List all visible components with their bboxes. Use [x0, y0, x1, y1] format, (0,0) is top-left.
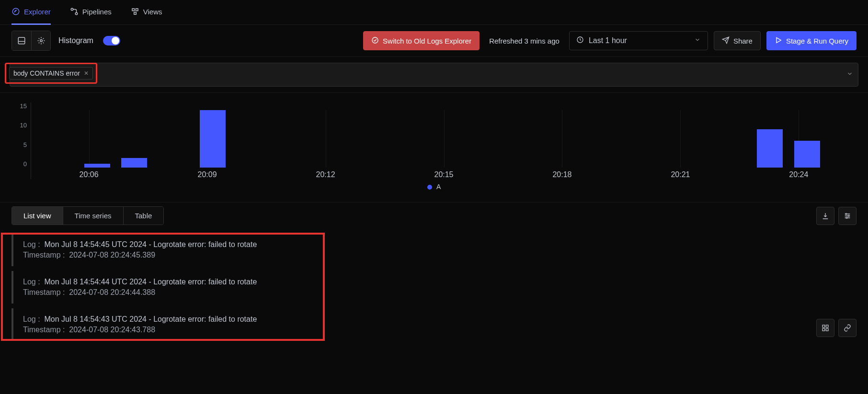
- svg-point-8: [40, 40, 42, 42]
- layout-btn-2[interactable]: [31, 31, 50, 50]
- histogram-label: Histogram: [58, 36, 93, 45]
- filter-chip-text: body CONTAINS error: [13, 69, 80, 77]
- logs-footer-tools: [816, 319, 857, 337]
- ts-prefix: Timestamp :: [23, 288, 65, 296]
- view-tabs-row: List view Time series Table: [0, 202, 868, 229]
- x-tick-label: 20:06: [80, 170, 99, 179]
- x-tick-label: 20:09: [198, 170, 217, 179]
- svg-point-9: [372, 37, 378, 43]
- undo-icon: [371, 36, 379, 45]
- svg-marker-11: [777, 37, 781, 43]
- histogram-bar[interactable]: [757, 129, 783, 168]
- log-entry[interactable]: Log : Mon Jul 8 14:54:44 UTC 2024 - Logr…: [11, 271, 857, 304]
- refreshed-text: Refreshed 3 mins ago: [489, 37, 560, 45]
- log-prefix: Log :: [23, 278, 40, 286]
- compass-icon: [11, 7, 20, 16]
- tab-label: Explorer: [24, 8, 51, 16]
- close-icon[interactable]: ✕: [84, 70, 89, 77]
- svg-rect-6: [134, 12, 136, 15]
- log-timestamp: 2024-07-08 20:24:45.389: [69, 251, 155, 259]
- log-entry[interactable]: Log : Mon Jul 8 14:54:43 UTC 2024 - Logr…: [11, 308, 857, 341]
- view-tab-timeseries[interactable]: Time series: [63, 207, 123, 225]
- settings-sliders-button[interactable]: [838, 207, 857, 225]
- histogram-bar[interactable]: [121, 158, 147, 168]
- view-segmented-control: List view Time series Table: [11, 206, 164, 225]
- svg-point-2: [71, 8, 73, 11]
- filter-chip[interactable]: body CONTAINS error ✕: [9, 67, 93, 79]
- send-icon: [722, 36, 730, 45]
- plot-area[interactable]: 20:0620:0920:1220:1520:1820:2120:24: [31, 102, 857, 179]
- chart-legend: A: [11, 179, 857, 198]
- histogram-bar[interactable]: [84, 164, 110, 168]
- time-range-picker[interactable]: Last 1 hour: [569, 31, 708, 50]
- tab-pipelines[interactable]: Pipelines: [70, 0, 112, 25]
- pipeline-icon: [70, 7, 79, 16]
- layout-btn-1[interactable]: [12, 31, 31, 50]
- x-tick-label: 20:24: [789, 170, 808, 179]
- log-timestamp: 2024-07-08 20:24:44.388: [69, 288, 155, 296]
- histogram-toggle[interactable]: [103, 36, 120, 45]
- play-icon: [775, 36, 782, 45]
- log-prefix: Log :: [23, 315, 40, 323]
- logs-list: Log : Mon Jul 8 14:54:45 UTC 2024 - Logr…: [0, 234, 868, 341]
- svg-rect-15: [822, 325, 825, 327]
- ts-prefix: Timestamp :: [23, 251, 65, 259]
- legend-series-name: A: [436, 183, 441, 191]
- svg-marker-1: [14, 10, 17, 12]
- log-body: Mon Jul 8 14:54:44 UTC 2024 - Logrotate …: [44, 278, 257, 286]
- share-label: Share: [733, 37, 753, 45]
- x-tick-label: 20:12: [316, 170, 335, 179]
- log-entry[interactable]: Log : Mon Jul 8 14:54:45 UTC 2024 - Logr…: [11, 234, 857, 266]
- download-button[interactable]: [816, 207, 834, 225]
- x-tick-label: 20:15: [434, 170, 453, 179]
- x-tick-label: 20:21: [671, 170, 690, 179]
- svg-rect-7: [18, 37, 25, 44]
- filter-section: body CONTAINS error ✕: [0, 57, 868, 93]
- chevron-down-icon[interactable]: [846, 70, 853, 79]
- histogram-bar[interactable]: [200, 110, 226, 168]
- svg-rect-17: [822, 328, 825, 331]
- svg-point-13: [848, 215, 849, 216]
- run-label: Stage & Run Query: [786, 37, 848, 45]
- chevron-down-icon: [694, 36, 701, 45]
- svg-rect-16: [826, 325, 828, 327]
- filter-input[interactable]: [10, 63, 858, 87]
- time-range-label: Last 1 hour: [589, 36, 627, 45]
- svg-point-12: [845, 213, 847, 214]
- log-timestamp: 2024-07-08 20:24:43.788: [69, 326, 155, 334]
- log-body: Mon Jul 8 14:54:45 UTC 2024 - Logrotate …: [44, 240, 257, 248]
- svg-rect-18: [826, 328, 828, 331]
- switch-old-logs-button[interactable]: Switch to Old Logs Explorer: [363, 31, 480, 50]
- x-tick-label: 20:18: [552, 170, 571, 179]
- svg-point-14: [846, 217, 847, 218]
- top-tabs: Explorer Pipelines Views: [0, 0, 868, 25]
- y-tick: 10: [20, 122, 27, 129]
- histogram-bar[interactable]: [794, 141, 820, 168]
- svg-point-0: [12, 8, 19, 15]
- grid-button[interactable]: [816, 319, 834, 337]
- y-tick: 5: [23, 141, 27, 148]
- tab-views[interactable]: Views: [131, 0, 162, 25]
- view-tab-table[interactable]: Table: [123, 207, 164, 225]
- legend-dot-icon: [427, 185, 432, 190]
- y-tick: 0: [23, 160, 27, 168]
- filter-highlight-annotation: body CONTAINS error ✕: [5, 63, 97, 84]
- log-body: Mon Jul 8 14:54:43 UTC 2024 - Logrotate …: [44, 315, 257, 323]
- views-icon: [131, 7, 139, 16]
- log-prefix: Log :: [23, 240, 40, 248]
- share-button[interactable]: Share: [714, 31, 761, 50]
- ts-prefix: Timestamp :: [23, 326, 65, 334]
- tab-label: Views: [143, 8, 162, 16]
- tab-explorer[interactable]: Explorer: [11, 0, 51, 25]
- switch-label: Switch to Old Logs Explorer: [383, 37, 471, 45]
- histogram-chart: 15 10 5 0 20:0620:0920:1220:1520:1820:21…: [0, 93, 868, 202]
- link-button[interactable]: [838, 319, 857, 337]
- y-axis: 15 10 5 0: [11, 102, 31, 179]
- y-tick: 15: [20, 102, 27, 110]
- svg-rect-4: [132, 9, 135, 11]
- run-query-button[interactable]: Stage & Run Query: [766, 31, 857, 50]
- tab-label: Pipelines: [82, 8, 112, 16]
- svg-rect-5: [136, 9, 138, 11]
- toolbar: Histogram Switch to Old Logs Explorer Re…: [0, 25, 868, 57]
- view-tab-list[interactable]: List view: [12, 207, 63, 225]
